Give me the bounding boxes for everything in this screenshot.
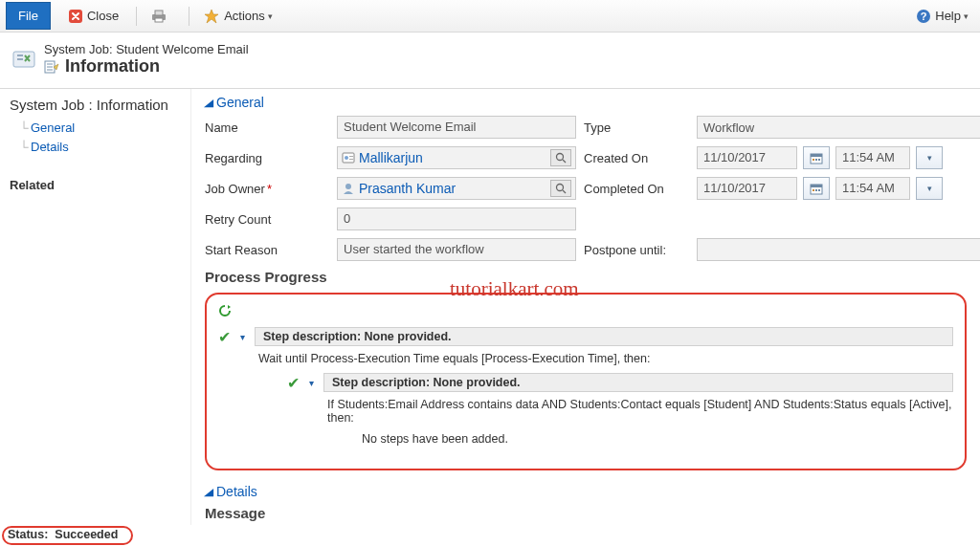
step1-body: Wait until Process-Execution Time equals…	[258, 352, 953, 365]
name-label: Name	[205, 120, 329, 135]
sidebar-related-heading: Related	[10, 178, 181, 192]
close-icon	[68, 9, 83, 24]
actions-label: Actions	[224, 9, 265, 23]
file-menu-button[interactable]: File	[6, 2, 51, 30]
help-button[interactable]: ? Help ▾	[910, 5, 974, 28]
printer-icon	[150, 9, 167, 24]
type-value: Workflow	[703, 120, 754, 135]
retry-count-value: 0	[337, 207, 576, 230]
created-on-label: Created On	[584, 151, 689, 165]
chevron-down-icon: ▾	[268, 11, 273, 21]
date-picker-button[interactable]	[803, 146, 830, 169]
actions-menu-button[interactable]: Actions ▾	[195, 5, 280, 28]
record-header: System Job: Student Welcome Email Inform…	[0, 33, 980, 89]
sidebar: System Job : Information └ General └ Det…	[0, 89, 191, 530]
process-progress-box: ✔ ▾ Step description: None provided. Wai…	[205, 293, 967, 470]
created-on-date: 11/10/2017	[697, 146, 797, 169]
step2-header: Step description: None provided.	[323, 373, 953, 392]
sidebar-item-general[interactable]: └ General	[17, 119, 181, 138]
svg-line-22	[563, 190, 566, 193]
refresh-icon[interactable]	[218, 304, 953, 317]
user-icon	[342, 182, 355, 195]
status-bar: Status: Succeeded	[0, 525, 980, 546]
toolbar: File Close Actions ▾ ? Help ▾	[0, 0, 980, 33]
main-area: System Job : Information └ General └ Det…	[0, 89, 980, 530]
job-owner-lookup[interactable]: Prasanth Kumar	[337, 177, 576, 200]
sidebar-item-details[interactable]: └ Details	[17, 138, 181, 157]
lookup-button[interactable]	[550, 180, 571, 197]
chevron-down-icon: ▾	[927, 184, 932, 193]
step1-header: Step description: None provided.	[255, 327, 953, 346]
svg-point-10	[345, 156, 348, 160]
help-label: Help	[935, 9, 961, 23]
svg-point-13	[557, 154, 564, 161]
calendar-icon	[810, 151, 823, 164]
sidebar-item-label: Details	[31, 138, 69, 157]
sidebar-title: System Job : Information	[10, 97, 181, 113]
svg-rect-25	[813, 189, 814, 191]
retry-count-label: Retry Count	[205, 212, 329, 227]
section-general-header[interactable]: ◢ General	[205, 95, 967, 110]
collapse-icon: ◢	[204, 97, 213, 109]
job-owner-value: Prasanth Kumar	[359, 181, 550, 196]
tree-branch-icon: └	[17, 119, 31, 138]
form-icon	[44, 59, 59, 75]
svg-line-14	[563, 160, 566, 163]
time-picker-button[interactable]: ▾	[916, 146, 943, 169]
tree-branch-icon: └	[17, 138, 31, 157]
status-label: Status:	[8, 528, 48, 541]
section-label: General	[216, 95, 264, 110]
check-icon: ✔	[287, 374, 300, 392]
print-button[interactable]	[143, 5, 179, 28]
expand-icon[interactable]: ▾	[309, 378, 314, 388]
svg-rect-2	[155, 11, 163, 15]
regarding-lookup[interactable]: Mallikarjun	[337, 146, 576, 169]
svg-point-20	[345, 184, 351, 189]
step2-body: If Students:Email Address contains data …	[327, 398, 953, 425]
job-owner-label: Job Owner*	[205, 182, 329, 196]
lookup-button[interactable]	[550, 149, 571, 166]
svg-rect-7	[13, 52, 34, 67]
general-form: Name Student Welcome Email Type Workflow…	[205, 116, 967, 261]
regarding-value: Mallikarjun	[359, 150, 550, 165]
completed-on-time: 11:54 AM	[835, 177, 910, 200]
date-picker-button[interactable]	[803, 177, 830, 200]
svg-point-21	[557, 185, 564, 191]
svg-rect-17	[813, 159, 814, 161]
breadcrumb: System Job: Student Welcome Email	[44, 42, 249, 56]
gear-star-icon	[203, 9, 220, 24]
svg-rect-26	[815, 189, 817, 191]
completed-on-date: 11/10/2017	[697, 177, 797, 200]
system-job-icon	[11, 47, 38, 72]
step2-row: ✔ ▾ Step description: None provided.	[287, 373, 953, 392]
start-reason-value: User started the workflow	[337, 238, 576, 261]
svg-text:?: ?	[921, 11, 927, 22]
required-marker: *	[267, 182, 272, 196]
page-title: Information	[65, 56, 160, 76]
separator	[189, 7, 189, 26]
postpone-until-value	[697, 238, 980, 261]
search-icon	[555, 183, 567, 194]
time-picker-button[interactable]: ▾	[916, 177, 943, 200]
search-icon	[555, 152, 567, 164]
chevron-down-icon: ▾	[964, 11, 969, 21]
svg-rect-12	[349, 159, 353, 160]
svg-rect-27	[818, 189, 820, 191]
section-details-header[interactable]: ◢ Details	[205, 484, 967, 499]
postpone-until-label: Postpone until:	[584, 243, 689, 257]
created-on-time: 11:54 AM	[835, 146, 910, 169]
svg-rect-3	[155, 18, 163, 22]
svg-rect-24	[811, 185, 822, 187]
sidebar-item-label: General	[31, 119, 75, 138]
collapse-icon: ◢	[204, 486, 213, 498]
step2-empty: No steps have been added.	[362, 432, 953, 446]
regarding-label: Regarding	[205, 151, 329, 165]
expand-icon[interactable]: ▾	[240, 332, 245, 342]
type-select[interactable]: Workflow ▾	[697, 116, 980, 139]
message-heading: Message	[205, 505, 967, 521]
close-button[interactable]: Close	[60, 5, 126, 28]
svg-marker-4	[205, 10, 218, 23]
check-icon: ✔	[218, 328, 231, 346]
svg-rect-11	[349, 156, 353, 157]
calendar-icon	[810, 182, 823, 195]
